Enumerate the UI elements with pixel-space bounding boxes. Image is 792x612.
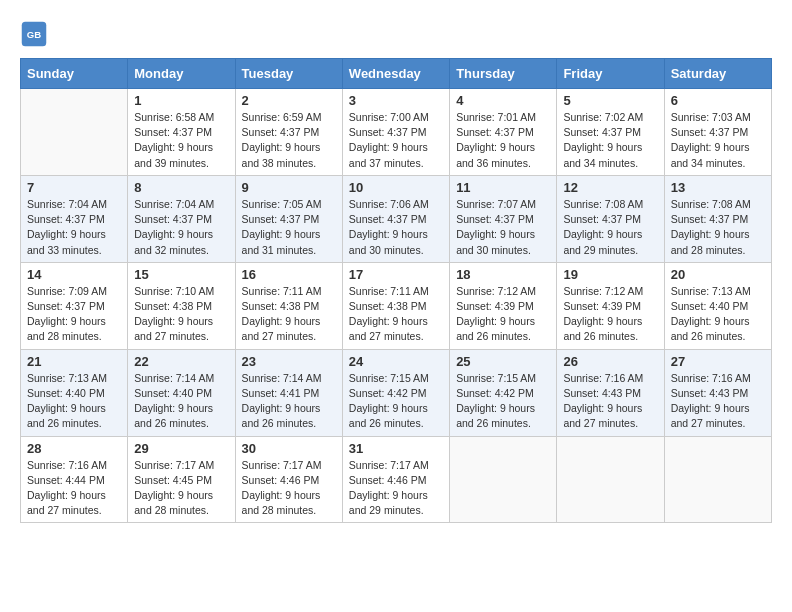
day-info: Sunrise: 7:02 AM Sunset: 4:37 PM Dayligh… [563,110,657,171]
day-info: Sunrise: 7:16 AM Sunset: 4:43 PM Dayligh… [671,371,765,432]
calendar-cell: 3Sunrise: 7:00 AM Sunset: 4:37 PM Daylig… [342,89,449,176]
day-number: 30 [242,441,336,456]
calendar-cell: 14Sunrise: 7:09 AM Sunset: 4:37 PM Dayli… [21,262,128,349]
day-info: Sunrise: 7:14 AM Sunset: 4:40 PM Dayligh… [134,371,228,432]
day-number: 18 [456,267,550,282]
day-info: Sunrise: 7:12 AM Sunset: 4:39 PM Dayligh… [456,284,550,345]
calendar-cell: 17Sunrise: 7:11 AM Sunset: 4:38 PM Dayli… [342,262,449,349]
calendar-cell: 31Sunrise: 7:17 AM Sunset: 4:46 PM Dayli… [342,436,449,523]
day-number: 11 [456,180,550,195]
logo: GB [20,20,52,48]
calendar-header-row: SundayMondayTuesdayWednesdayThursdayFrid… [21,59,772,89]
calendar-cell: 24Sunrise: 7:15 AM Sunset: 4:42 PM Dayli… [342,349,449,436]
day-number: 10 [349,180,443,195]
calendar-header-tuesday: Tuesday [235,59,342,89]
calendar-table: SundayMondayTuesdayWednesdayThursdayFrid… [20,58,772,523]
calendar-cell: 9Sunrise: 7:05 AM Sunset: 4:37 PM Daylig… [235,175,342,262]
day-number: 15 [134,267,228,282]
day-number: 29 [134,441,228,456]
day-number: 1 [134,93,228,108]
day-number: 8 [134,180,228,195]
day-number: 19 [563,267,657,282]
day-number: 3 [349,93,443,108]
calendar-cell [664,436,771,523]
calendar-cell: 29Sunrise: 7:17 AM Sunset: 4:45 PM Dayli… [128,436,235,523]
day-info: Sunrise: 7:17 AM Sunset: 4:46 PM Dayligh… [349,458,443,519]
calendar-header-monday: Monday [128,59,235,89]
calendar-cell: 13Sunrise: 7:08 AM Sunset: 4:37 PM Dayli… [664,175,771,262]
calendar-cell: 19Sunrise: 7:12 AM Sunset: 4:39 PM Dayli… [557,262,664,349]
day-info: Sunrise: 7:07 AM Sunset: 4:37 PM Dayligh… [456,197,550,258]
day-info: Sunrise: 7:15 AM Sunset: 4:42 PM Dayligh… [456,371,550,432]
calendar-cell: 21Sunrise: 7:13 AM Sunset: 4:40 PM Dayli… [21,349,128,436]
calendar-week-5: 28Sunrise: 7:16 AM Sunset: 4:44 PM Dayli… [21,436,772,523]
day-info: Sunrise: 7:11 AM Sunset: 4:38 PM Dayligh… [349,284,443,345]
calendar-week-4: 21Sunrise: 7:13 AM Sunset: 4:40 PM Dayli… [21,349,772,436]
day-info: Sunrise: 7:13 AM Sunset: 4:40 PM Dayligh… [27,371,121,432]
day-info: Sunrise: 7:16 AM Sunset: 4:43 PM Dayligh… [563,371,657,432]
day-number: 2 [242,93,336,108]
calendar-header-friday: Friday [557,59,664,89]
day-info: Sunrise: 7:04 AM Sunset: 4:37 PM Dayligh… [27,197,121,258]
day-number: 6 [671,93,765,108]
calendar-cell: 20Sunrise: 7:13 AM Sunset: 4:40 PM Dayli… [664,262,771,349]
calendar-cell: 4Sunrise: 7:01 AM Sunset: 4:37 PM Daylig… [450,89,557,176]
day-number: 5 [563,93,657,108]
calendar-cell [557,436,664,523]
calendar-cell: 11Sunrise: 7:07 AM Sunset: 4:37 PM Dayli… [450,175,557,262]
calendar-header-thursday: Thursday [450,59,557,89]
day-info: Sunrise: 7:17 AM Sunset: 4:46 PM Dayligh… [242,458,336,519]
day-number: 26 [563,354,657,369]
calendar-cell: 1Sunrise: 6:58 AM Sunset: 4:37 PM Daylig… [128,89,235,176]
calendar-cell: 8Sunrise: 7:04 AM Sunset: 4:37 PM Daylig… [128,175,235,262]
day-number: 9 [242,180,336,195]
calendar-cell: 18Sunrise: 7:12 AM Sunset: 4:39 PM Dayli… [450,262,557,349]
day-info: Sunrise: 7:15 AM Sunset: 4:42 PM Dayligh… [349,371,443,432]
calendar-cell: 23Sunrise: 7:14 AM Sunset: 4:41 PM Dayli… [235,349,342,436]
day-info: Sunrise: 7:14 AM Sunset: 4:41 PM Dayligh… [242,371,336,432]
day-number: 27 [671,354,765,369]
logo-icon: GB [20,20,48,48]
day-info: Sunrise: 7:16 AM Sunset: 4:44 PM Dayligh… [27,458,121,519]
calendar-week-3: 14Sunrise: 7:09 AM Sunset: 4:37 PM Dayli… [21,262,772,349]
day-info: Sunrise: 7:06 AM Sunset: 4:37 PM Dayligh… [349,197,443,258]
day-number: 21 [27,354,121,369]
svg-text:GB: GB [27,29,41,40]
calendar-cell: 12Sunrise: 7:08 AM Sunset: 4:37 PM Dayli… [557,175,664,262]
day-info: Sunrise: 7:12 AM Sunset: 4:39 PM Dayligh… [563,284,657,345]
day-info: Sunrise: 7:04 AM Sunset: 4:37 PM Dayligh… [134,197,228,258]
calendar-cell: 16Sunrise: 7:11 AM Sunset: 4:38 PM Dayli… [235,262,342,349]
calendar-cell: 27Sunrise: 7:16 AM Sunset: 4:43 PM Dayli… [664,349,771,436]
page-header: GB [20,20,772,48]
calendar-cell: 5Sunrise: 7:02 AM Sunset: 4:37 PM Daylig… [557,89,664,176]
calendar-cell: 6Sunrise: 7:03 AM Sunset: 4:37 PM Daylig… [664,89,771,176]
calendar-cell: 15Sunrise: 7:10 AM Sunset: 4:38 PM Dayli… [128,262,235,349]
day-number: 17 [349,267,443,282]
day-number: 25 [456,354,550,369]
calendar-cell [21,89,128,176]
day-info: Sunrise: 7:00 AM Sunset: 4:37 PM Dayligh… [349,110,443,171]
calendar-header-sunday: Sunday [21,59,128,89]
day-info: Sunrise: 7:03 AM Sunset: 4:37 PM Dayligh… [671,110,765,171]
calendar-cell: 28Sunrise: 7:16 AM Sunset: 4:44 PM Dayli… [21,436,128,523]
day-info: Sunrise: 7:09 AM Sunset: 4:37 PM Dayligh… [27,284,121,345]
day-info: Sunrise: 6:59 AM Sunset: 4:37 PM Dayligh… [242,110,336,171]
day-number: 14 [27,267,121,282]
day-info: Sunrise: 7:13 AM Sunset: 4:40 PM Dayligh… [671,284,765,345]
calendar-cell: 10Sunrise: 7:06 AM Sunset: 4:37 PM Dayli… [342,175,449,262]
calendar-cell: 7Sunrise: 7:04 AM Sunset: 4:37 PM Daylig… [21,175,128,262]
day-number: 13 [671,180,765,195]
day-info: Sunrise: 6:58 AM Sunset: 4:37 PM Dayligh… [134,110,228,171]
calendar-cell [450,436,557,523]
day-number: 23 [242,354,336,369]
day-info: Sunrise: 7:11 AM Sunset: 4:38 PM Dayligh… [242,284,336,345]
day-info: Sunrise: 7:08 AM Sunset: 4:37 PM Dayligh… [563,197,657,258]
day-number: 12 [563,180,657,195]
day-info: Sunrise: 7:17 AM Sunset: 4:45 PM Dayligh… [134,458,228,519]
calendar-header-saturday: Saturday [664,59,771,89]
day-info: Sunrise: 7:05 AM Sunset: 4:37 PM Dayligh… [242,197,336,258]
day-number: 28 [27,441,121,456]
day-info: Sunrise: 7:08 AM Sunset: 4:37 PM Dayligh… [671,197,765,258]
day-number: 16 [242,267,336,282]
calendar-week-1: 1Sunrise: 6:58 AM Sunset: 4:37 PM Daylig… [21,89,772,176]
